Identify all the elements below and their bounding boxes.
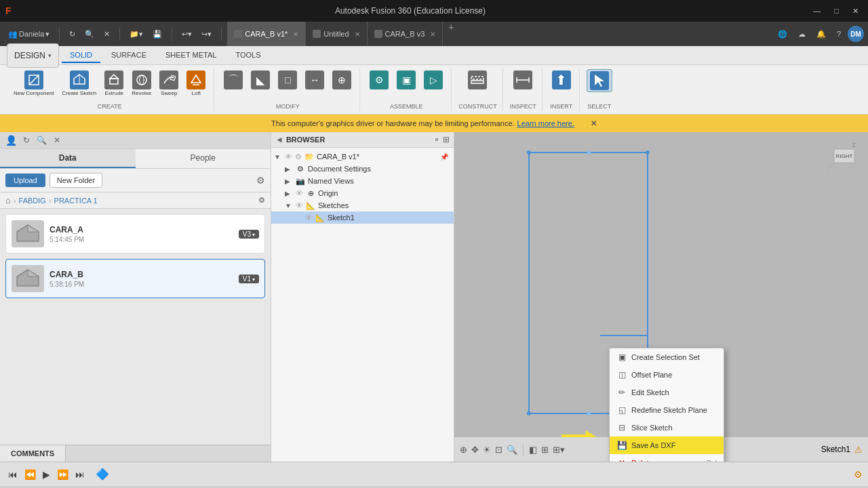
- comments-tab[interactable]: COMMENTS: [0, 445, 66, 462]
- search-panel-button[interactable]: 🔍: [35, 135, 49, 146]
- tree-item-root[interactable]: ▼ 👁 ⚙ 📁 CARA_B v1* 📌: [271, 150, 454, 163]
- playback-start-button[interactable]: ⏮: [5, 468, 20, 481]
- pin-icon-root[interactable]: 📌: [440, 153, 448, 161]
- tree-item-sketch1[interactable]: 👁 📐 Sketch1: [271, 211, 454, 224]
- tree-item-sketches[interactable]: ▼ 👁 📐 Sketches: [271, 199, 454, 211]
- cm-edit-sketch[interactable]: ✏ Edit Sketch: [610, 384, 724, 401]
- tree-expand-origin[interactable]: ▶: [285, 190, 293, 197]
- tree-expand-sketches[interactable]: ▼: [285, 202, 293, 209]
- warning-close-button[interactable]: ✕: [591, 119, 597, 128]
- close-panel-button-2[interactable]: ✕: [52, 135, 62, 146]
- sweep-button[interactable]: Sweep: [157, 69, 181, 98]
- visibility-icon-origin[interactable]: 👁: [296, 189, 303, 197]
- cm-save-as-dxf[interactable]: 💾 Save As DXF: [610, 436, 724, 454]
- revolve-button[interactable]: Revolve: [129, 69, 154, 98]
- cm-delete[interactable]: ✕ Delete Del: [610, 454, 724, 462]
- cm-slice-sketch[interactable]: ⊟ Slice Sketch: [610, 419, 724, 436]
- combine-button[interactable]: ⊕: [330, 69, 354, 91]
- visibility-icon-sketch1[interactable]: 👁: [305, 214, 313, 222]
- user-menu[interactable]: 👥 Daniela ▾: [4, 27, 54, 41]
- view-cube[interactable]: Z RIGHT: [821, 139, 861, 180]
- new-component-button[interactable]: Create Sketch: [60, 69, 100, 98]
- save-button[interactable]: 💾: [149, 27, 166, 41]
- grid-icon[interactable]: ⊞: [541, 445, 549, 455]
- display-mode-icon[interactable]: ◧: [529, 445, 537, 455]
- tab-cara-b-v3[interactable]: CARA_B v3 ✕: [368, 22, 443, 46]
- tree-expand-named-views[interactable]: ▶: [285, 178, 293, 185]
- timeline-thumb[interactable]: 🔷: [96, 468, 109, 481]
- file-item-cara-a[interactable]: CARA_A 5:14:45 PM V3▾: [5, 214, 265, 253]
- home-icon[interactable]: ⌂: [5, 195, 11, 205]
- undo-button[interactable]: ↩▾: [178, 27, 196, 41]
- tab-close-cara-b-v3[interactable]: ✕: [430, 30, 435, 38]
- timeline-settings-icon[interactable]: ⚙: [854, 469, 863, 480]
- loft-button[interactable]: Loft: [184, 69, 208, 98]
- measure-button[interactable]: [511, 69, 535, 91]
- avatar[interactable]: DM: [848, 26, 864, 42]
- ribbon-tab-sheet-metal[interactable]: SHEET METAL: [157, 48, 224, 63]
- help-button[interactable]: ?: [833, 27, 845, 41]
- tree-expand-doc-settings[interactable]: ▶: [285, 165, 293, 173]
- cm-redefine-sketch-plane[interactable]: ◱ Redefine Sketch Plane: [610, 401, 724, 419]
- cm-create-selection-set[interactable]: ▣ Create Selection Set: [610, 348, 724, 366]
- playback-prev-button[interactable]: ⏪: [22, 468, 39, 481]
- bc-fabdig[interactable]: FABDIG: [19, 197, 46, 205]
- upload-button[interactable]: Upload: [5, 174, 45, 187]
- breadcrumb-settings-icon[interactable]: ⚙: [258, 196, 265, 205]
- settings-icon[interactable]: ⚙: [256, 175, 265, 186]
- playback-play-button[interactable]: ▶: [40, 468, 53, 481]
- learn-more-link[interactable]: Learn more here.: [517, 119, 574, 127]
- tree-item-named-views[interactable]: ▶ 📷 Named Views: [271, 175, 454, 187]
- insert-mesh-button[interactable]: ⬆: [549, 69, 574, 91]
- ribbon-tab-tools[interactable]: TOOLS: [227, 48, 269, 63]
- cloud-button[interactable]: ☁: [794, 27, 810, 41]
- home-button[interactable]: 🌐: [774, 27, 791, 41]
- refresh-button[interactable]: ↻: [65, 27, 79, 41]
- visibility-icon-sketches[interactable]: 👁: [296, 201, 303, 209]
- redo-button[interactable]: ↪▾: [197, 27, 216, 41]
- browser-search-button[interactable]: ⚬: [433, 135, 440, 144]
- orbit-icon[interactable]: ☀: [483, 445, 491, 455]
- people-tab[interactable]: People: [136, 149, 271, 168]
- maximize-button[interactable]: □: [830, 5, 843, 17]
- bc-practica1[interactable]: PRACTICA 1: [54, 197, 98, 205]
- tab-untitled[interactable]: Untitled ✕: [306, 22, 367, 46]
- tree-item-origin[interactable]: ▶ 👁 ⊕ Origin: [271, 187, 454, 199]
- add-tab-button[interactable]: +: [443, 22, 459, 46]
- drive-joint-button[interactable]: ▷: [421, 69, 446, 91]
- playback-next-button[interactable]: ⏩: [54, 468, 71, 481]
- file-version-cara-b[interactable]: V1▾: [239, 274, 259, 283]
- settings-icon-root[interactable]: ⚙: [295, 152, 302, 161]
- search-button[interactable]: 🔍: [81, 27, 98, 41]
- visibility-icon-root[interactable]: 👁: [285, 152, 292, 161]
- ribbon-tab-solid[interactable]: SOLID: [62, 48, 100, 63]
- navigate-icon[interactable]: ⊕: [460, 445, 467, 455]
- panel-collapse-icon[interactable]: 👤: [5, 135, 17, 146]
- file-item-cara-b[interactable]: CARA_B 5:38:16 PM V1▾: [5, 259, 265, 298]
- warning-icon[interactable]: ⚠: [854, 445, 863, 455]
- rigid-group-button[interactable]: ▣: [394, 69, 418, 91]
- offset-plane-button[interactable]: [465, 69, 490, 91]
- chamfer-button[interactable]: ◣: [248, 69, 273, 91]
- open-button[interactable]: 📁▾: [125, 27, 147, 41]
- ribbon-tab-surface[interactable]: SURFACE: [103, 48, 155, 63]
- tree-expand-root[interactable]: ▼: [274, 153, 282, 161]
- close-panel-button[interactable]: ✕: [100, 27, 114, 41]
- tree-item-doc-settings[interactable]: ▶ ⚙ Document Settings: [271, 163, 454, 175]
- shell-button[interactable]: □: [275, 69, 300, 91]
- file-version-cara-a[interactable]: V3▾: [239, 230, 259, 239]
- zoom-icon[interactable]: 🔍: [507, 445, 517, 455]
- scale-button[interactable]: ↔: [302, 69, 327, 91]
- close-button[interactable]: ✕: [848, 5, 863, 17]
- create-sketch-button[interactable]: New Component: [11, 69, 57, 98]
- select-button[interactable]: [587, 69, 612, 92]
- refresh-panel-button[interactable]: ↻: [21, 135, 32, 146]
- joint-button[interactable]: ⚙: [367, 69, 391, 91]
- tab-close-untitled[interactable]: ✕: [355, 30, 360, 38]
- cm-offset-plane[interactable]: ◫ Offset Plane: [610, 366, 724, 384]
- zoom-fit-icon[interactable]: ⊡: [495, 445, 502, 455]
- browser-collapse-button[interactable]: ◄: [275, 135, 283, 144]
- notification-button[interactable]: 🔔: [812, 27, 830, 41]
- tab-cara-b-v1[interactable]: CARA_B v1* ✕: [227, 22, 306, 46]
- design-dropdown[interactable]: DESIGN ▾: [7, 43, 59, 68]
